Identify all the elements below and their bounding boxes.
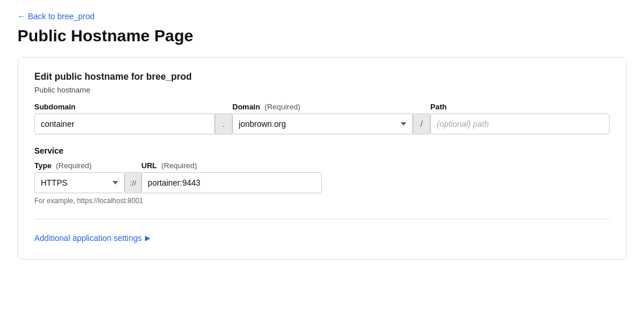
type-required-label: (Required) — [56, 161, 91, 170]
subdomain-label: Subdomain — [34, 102, 215, 111]
type-group: Type (Required) HTTP HTTPS SSH RDP TCP U… — [34, 161, 125, 193]
domain-label: Domain (Required) — [232, 102, 413, 111]
main-card: Edit public hostname for bree_prod Publi… — [17, 57, 627, 260]
hostname-row: Subdomain . Domain (Required) jonbrown.o… — [34, 102, 610, 134]
chevron-right-icon: ▶ — [145, 234, 150, 242]
service-row: Type (Required) HTTP HTTPS SSH RDP TCP U… — [34, 161, 610, 193]
service-section: Service Type (Required) HTTP HTTPS SSH R… — [34, 146, 610, 205]
type-select[interactable]: HTTP HTTPS SSH RDP TCP UDP — [34, 172, 125, 193]
additional-settings-label: Additional application settings — [34, 233, 141, 243]
url-group: URL (Required) — [141, 161, 322, 193]
subdomain-group: Subdomain — [34, 102, 215, 134]
path-label: Path — [430, 102, 610, 111]
back-link[interactable]: ← Back to bree_prod — [17, 12, 94, 21]
domain-group: Domain (Required) jonbrown.org — [232, 102, 413, 134]
protocol-separator: :// — [125, 172, 141, 193]
slash-separator: / — [413, 113, 430, 134]
dot-separator: . — [215, 113, 232, 134]
url-required-label: (Required) — [161, 161, 197, 170]
divider — [34, 219, 610, 219]
domain-required-label: (Required) — [264, 102, 300, 111]
additional-settings-link[interactable]: Additional application settings ▶ — [34, 233, 150, 243]
card-section-subtitle: Public hostname — [34, 86, 610, 94]
service-section-title: Service — [34, 146, 610, 155]
page-title: Public Hostname Page — [17, 27, 627, 45]
domain-select[interactable]: jonbrown.org — [232, 113, 413, 134]
card-section-title: Edit public hostname for bree_prod — [34, 72, 610, 82]
url-label: URL (Required) — [141, 161, 322, 170]
subdomain-input[interactable] — [34, 113, 215, 134]
path-input[interactable] — [430, 113, 610, 134]
path-group: Path — [430, 102, 610, 134]
type-label: Type (Required) — [34, 161, 125, 170]
url-input[interactable] — [141, 172, 322, 193]
example-text: For example, https://localhost:8001 — [34, 197, 610, 205]
